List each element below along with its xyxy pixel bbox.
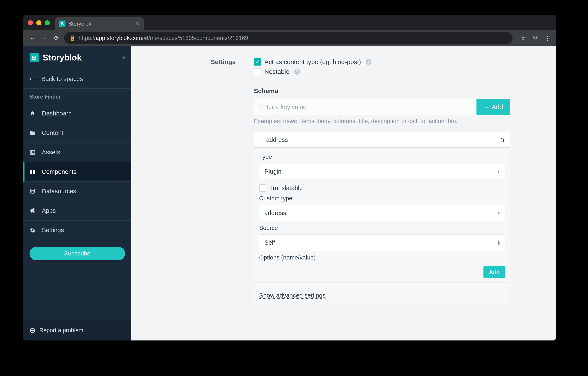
chevron-down-icon[interactable]: ▾	[122, 54, 125, 61]
schema-key-input[interactable]	[254, 99, 476, 115]
url-field[interactable]: 🔒 https://app.storyblok.com/#!/me/spaces…	[64, 32, 513, 44]
advanced-settings-link[interactable]: Show advanced settings	[259, 292, 326, 299]
tab-title: Storyblok	[68, 21, 91, 27]
globe-icon	[30, 328, 35, 333]
custom-type-value: address	[264, 210, 286, 217]
svg-rect-6	[31, 172, 32, 174]
svg-rect-7	[33, 172, 35, 174]
svg-rect-5	[33, 170, 35, 172]
schema-field-name: address	[266, 136, 288, 143]
url-path: /#!/me/spaces/51805/components/213169	[142, 35, 248, 41]
page-viewport: B Storyblok ▾ ⟵ Back to spaces Store Fin…	[23, 46, 556, 341]
close-window-icon[interactable]	[28, 20, 33, 25]
tab-favicon: B	[59, 21, 65, 27]
add-key-button[interactable]: ＋ Add	[476, 99, 510, 115]
schema-heading: Schema	[254, 87, 510, 95]
type-value: Plugin	[264, 168, 282, 175]
database-icon	[30, 188, 37, 194]
sidebar-item-label: Components	[42, 168, 76, 175]
blocks-icon	[30, 169, 37, 175]
sort-icon: ▴▾	[498, 240, 500, 245]
type-label: Type	[259, 154, 505, 160]
sidebar-item-dashboard[interactable]: Dashboard	[23, 104, 131, 123]
window-controls	[28, 20, 50, 30]
svg-rect-4	[31, 170, 32, 172]
sidebar-item-apps[interactable]: Apps	[23, 201, 131, 221]
report-label: Report a problem	[39, 327, 84, 334]
source-select[interactable]: Self ▴▾	[259, 234, 505, 251]
schema-hint: Examples: news_items, body, columns, tit…	[254, 118, 510, 124]
checkbox-content-type[interactable]: ✓	[254, 58, 261, 66]
url-host: app.storyblok.com	[96, 35, 142, 41]
back-label: Back to spaces	[42, 76, 83, 82]
puzzle-icon	[30, 208, 37, 214]
sidebar-item-label: Dashboard	[42, 110, 72, 117]
sidebar-item-label: Assets	[42, 149, 60, 156]
svg-point-0	[533, 36, 534, 37]
divider	[254, 283, 510, 283]
checkbox-translatable[interactable]	[259, 184, 266, 192]
sidebar-item-label: Settings	[42, 227, 64, 234]
plus-icon: ＋	[484, 103, 490, 111]
sidebar-menu: Dashboard Content Assets	[23, 104, 131, 240]
new-tab-button[interactable]: ＋	[144, 17, 160, 30]
custom-type-select[interactable]: address ▾	[259, 205, 505, 221]
sidebar-item-content[interactable]: Content	[23, 123, 131, 143]
options-label: Options (name/value)	[259, 254, 505, 261]
schema-field-panel: ≡ address Type Plugin ▾	[254, 132, 510, 305]
folder-icon	[30, 130, 37, 136]
subscribe-button[interactable]: Subscribe	[30, 247, 125, 260]
help-icon[interactable]: ?	[294, 69, 300, 75]
sidebar-item-components[interactable]: Components	[23, 162, 131, 182]
browser-window: B Storyblok × ＋ ← → ⟳ 🔒 https://app.stor…	[23, 15, 556, 341]
tab-strip: B Storyblok × ＋	[23, 15, 556, 30]
brand-name: Storyblok	[43, 53, 82, 62]
url-scheme: https://	[79, 35, 96, 41]
back-icon[interactable]: ←	[29, 35, 37, 42]
brand-logo-icon: B	[30, 53, 39, 62]
help-icon[interactable]: ?	[366, 59, 371, 65]
minimize-window-icon[interactable]	[36, 20, 42, 25]
report-problem[interactable]: Report a problem	[23, 320, 131, 341]
trash-icon[interactable]	[500, 137, 505, 143]
address-bar: ← → ⟳ 🔒 https://app.storyblok.com/#!/me/…	[23, 30, 556, 46]
sidebar-item-datasources[interactable]: Datasources	[23, 182, 131, 201]
add-option-label: Add	[489, 269, 500, 275]
extensions-icon[interactable]	[532, 34, 538, 42]
drag-handle-icon[interactable]: ≡	[259, 137, 262, 143]
content-area: Settings ✓ Act as content type (eg. blog…	[131, 46, 556, 341]
home-icon	[30, 111, 37, 117]
schema-field-header[interactable]: ≡ address	[254, 133, 510, 148]
subscribe-label: Subscribe	[64, 250, 91, 257]
lock-icon: 🔒	[69, 35, 76, 41]
brand-row[interactable]: B Storyblok ▾	[23, 46, 131, 69]
settings-heading: Settings	[144, 58, 236, 66]
menu-icon[interactable]: ⋮	[545, 34, 551, 42]
sidebar-item-label: Apps	[42, 207, 56, 214]
custom-type-label: Custom type	[259, 195, 505, 202]
sidebar-item-settings[interactable]: Settings	[23, 221, 131, 240]
checkbox-translatable-label: Translatable	[269, 185, 303, 192]
reload-icon[interactable]: ⟳	[52, 35, 60, 42]
type-select[interactable]: Plugin ▾	[259, 163, 505, 180]
browser-right-icons: ☆ ⋮	[520, 34, 551, 42]
forward-icon[interactable]: →	[41, 35, 49, 42]
source-value: Self	[264, 239, 275, 246]
sidebar-item-label: Content	[42, 129, 63, 136]
sidebar-item-label: Datasources	[42, 188, 76, 195]
chevron-down-icon: ▾	[497, 210, 500, 216]
svg-point-3	[31, 151, 32, 153]
back-to-spaces[interactable]: ⟵ Back to spaces	[23, 69, 131, 88]
star-icon[interactable]: ☆	[520, 34, 526, 42]
add-key-label: Add	[492, 103, 503, 111]
checkbox-content-type-label: Act as content type (eg. blog-post)	[264, 58, 361, 66]
add-option-button[interactable]: Add	[483, 266, 505, 278]
checkbox-nestable[interactable]	[254, 68, 261, 75]
image-icon	[30, 150, 37, 155]
space-name: Store Finder	[23, 88, 131, 104]
browser-tab[interactable]: B Storyblok ×	[55, 17, 144, 30]
maximize-window-icon[interactable]	[45, 20, 50, 25]
checkbox-nestable-label: Nestable	[264, 68, 289, 75]
sidebar-item-assets[interactable]: Assets	[23, 143, 131, 162]
close-tab-icon[interactable]: ×	[136, 21, 139, 27]
